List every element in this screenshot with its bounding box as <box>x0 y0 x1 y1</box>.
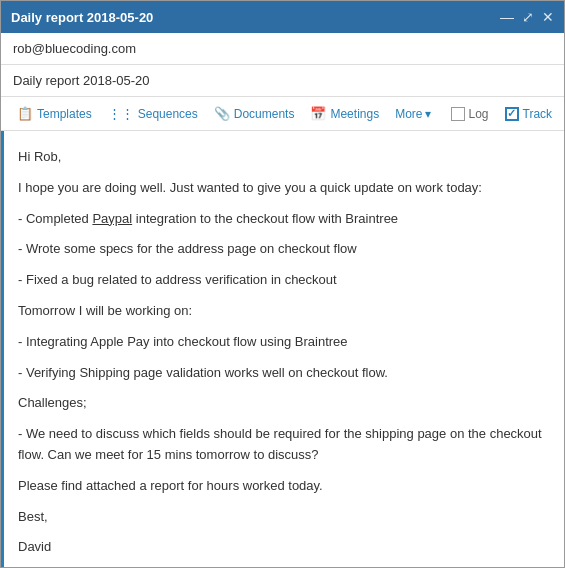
greeting: Hi Rob, <box>18 147 550 168</box>
meetings-button[interactable]: 📅 Meetings <box>304 103 385 124</box>
more-button[interactable]: More ▾ <box>389 104 436 124</box>
email-body: Hi Rob, I hope you are doing well. Just … <box>1 131 564 567</box>
sequences-icon: ⋮⋮ <box>108 106 134 121</box>
track-checkbox-icon: ✓ <box>505 107 519 121</box>
body-line9: - We need to discuss which fields should… <box>18 424 550 466</box>
subject-text: Daily report 2018-05-20 <box>13 73 150 88</box>
body-line3: - Wrote some specs for the address page … <box>18 239 550 260</box>
documents-label: Documents <box>234 107 295 121</box>
documents-icon: 📎 <box>214 106 230 121</box>
sequences-button[interactable]: ⋮⋮ Sequences <box>102 103 204 124</box>
best: Best, <box>18 507 550 528</box>
documents-button[interactable]: 📎 Documents <box>208 103 301 124</box>
paypal-link: Paypal <box>92 211 132 226</box>
templates-label: Templates <box>37 107 92 121</box>
email-window: Daily report 2018-05-20 — ⤢ ✕ rob@blueco… <box>0 0 565 568</box>
body-line1: I hope you are doing well. Just wanted t… <box>18 178 550 199</box>
body-line10: Please find attached a report for hours … <box>18 476 550 497</box>
meetings-label: Meetings <box>330 107 379 121</box>
chevron-down-icon: ▾ <box>425 107 431 121</box>
log-item: Log <box>445 104 495 124</box>
toolbar: 📋 Templates ⋮⋮ Sequences 📎 Documents 📅 M… <box>1 97 564 131</box>
templates-button[interactable]: 📋 Templates <box>11 103 98 124</box>
email-from: rob@bluecoding.com <box>1 33 564 65</box>
window-title: Daily report 2018-05-20 <box>11 10 153 25</box>
track-button[interactable]: ✓ Track <box>499 104 559 124</box>
window-controls: — ⤢ ✕ <box>500 9 554 25</box>
body-line2: - Completed Paypal integration to the ch… <box>18 209 550 230</box>
sequences-label: Sequences <box>138 107 198 121</box>
body-line8: Challenges; <box>18 393 550 414</box>
body-line7: - Verifying Shipping page validation wor… <box>18 363 550 384</box>
meetings-icon: 📅 <box>310 106 326 121</box>
track-label: Track <box>523 107 553 121</box>
log-checkbox[interactable] <box>451 107 465 121</box>
email-subject-line: Daily report 2018-05-20 <box>1 65 564 97</box>
sender-name: David <box>18 537 550 558</box>
from-address: rob@bluecoding.com <box>13 41 136 56</box>
templates-icon: 📋 <box>17 106 33 121</box>
maximize-icon[interactable]: ⤢ <box>522 9 534 25</box>
body-line6: - Integrating Apple Pay into checkout fl… <box>18 332 550 353</box>
body-line4: - Fixed a bug related to address verific… <box>18 270 550 291</box>
body-line5: Tomorrow I will be working on: <box>18 301 550 322</box>
title-bar: Daily report 2018-05-20 — ⤢ ✕ <box>1 1 564 33</box>
log-label: Log <box>469 107 489 121</box>
minimize-icon[interactable]: — <box>500 9 514 25</box>
close-icon[interactable]: ✕ <box>542 9 554 25</box>
more-label: More <box>395 107 422 121</box>
